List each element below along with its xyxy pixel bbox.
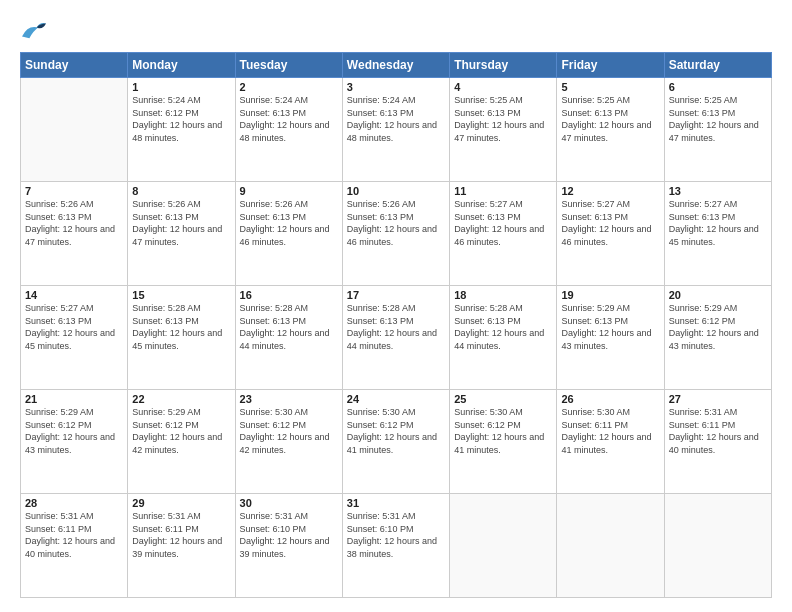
weekday-sunday: Sunday [21,53,128,78]
day-info: Sunrise: 5:31 AMSunset: 6:11 PMDaylight:… [669,406,767,456]
day-number: 11 [454,185,552,197]
day-info: Sunrise: 5:24 AMSunset: 6:12 PMDaylight:… [132,94,230,144]
day-info: Sunrise: 5:29 AMSunset: 6:12 PMDaylight:… [669,302,767,352]
day-cell: 20Sunrise: 5:29 AMSunset: 6:12 PMDayligh… [664,286,771,390]
day-number: 30 [240,497,338,509]
day-cell: 11Sunrise: 5:27 AMSunset: 6:13 PMDayligh… [450,182,557,286]
day-cell: 5Sunrise: 5:25 AMSunset: 6:13 PMDaylight… [557,78,664,182]
day-cell: 23Sunrise: 5:30 AMSunset: 6:12 PMDayligh… [235,390,342,494]
day-info: Sunrise: 5:29 AMSunset: 6:12 PMDaylight:… [25,406,123,456]
day-info: Sunrise: 5:28 AMSunset: 6:13 PMDaylight:… [347,302,445,352]
day-number: 5 [561,81,659,93]
day-cell: 22Sunrise: 5:29 AMSunset: 6:12 PMDayligh… [128,390,235,494]
day-cell: 9Sunrise: 5:26 AMSunset: 6:13 PMDaylight… [235,182,342,286]
day-number: 26 [561,393,659,405]
day-cell: 8Sunrise: 5:26 AMSunset: 6:13 PMDaylight… [128,182,235,286]
day-number: 31 [347,497,445,509]
day-number: 25 [454,393,552,405]
weekday-header-row: SundayMondayTuesdayWednesdayThursdayFrid… [21,53,772,78]
day-number: 1 [132,81,230,93]
day-cell [21,78,128,182]
day-number: 4 [454,81,552,93]
week-row-4: 21Sunrise: 5:29 AMSunset: 6:12 PMDayligh… [21,390,772,494]
day-number: 19 [561,289,659,301]
day-info: Sunrise: 5:27 AMSunset: 6:13 PMDaylight:… [454,198,552,248]
day-number: 18 [454,289,552,301]
day-info: Sunrise: 5:24 AMSunset: 6:13 PMDaylight:… [240,94,338,144]
week-row-1: 1Sunrise: 5:24 AMSunset: 6:12 PMDaylight… [21,78,772,182]
day-cell: 18Sunrise: 5:28 AMSunset: 6:13 PMDayligh… [450,286,557,390]
day-cell: 16Sunrise: 5:28 AMSunset: 6:13 PMDayligh… [235,286,342,390]
day-cell: 13Sunrise: 5:27 AMSunset: 6:13 PMDayligh… [664,182,771,286]
day-number: 21 [25,393,123,405]
day-cell: 29Sunrise: 5:31 AMSunset: 6:11 PMDayligh… [128,494,235,598]
logo [20,18,52,42]
day-cell [450,494,557,598]
weekday-wednesday: Wednesday [342,53,449,78]
day-number: 6 [669,81,767,93]
day-info: Sunrise: 5:31 AMSunset: 6:11 PMDaylight:… [25,510,123,560]
day-info: Sunrise: 5:27 AMSunset: 6:13 PMDaylight:… [561,198,659,248]
day-info: Sunrise: 5:25 AMSunset: 6:13 PMDaylight:… [669,94,767,144]
weekday-tuesday: Tuesday [235,53,342,78]
day-cell: 26Sunrise: 5:30 AMSunset: 6:11 PMDayligh… [557,390,664,494]
day-info: Sunrise: 5:30 AMSunset: 6:12 PMDaylight:… [454,406,552,456]
day-number: 3 [347,81,445,93]
day-number: 27 [669,393,767,405]
day-number: 12 [561,185,659,197]
day-info: Sunrise: 5:25 AMSunset: 6:13 PMDaylight:… [561,94,659,144]
day-info: Sunrise: 5:27 AMSunset: 6:13 PMDaylight:… [25,302,123,352]
day-number: 28 [25,497,123,509]
day-info: Sunrise: 5:29 AMSunset: 6:13 PMDaylight:… [561,302,659,352]
day-number: 2 [240,81,338,93]
day-cell: 30Sunrise: 5:31 AMSunset: 6:10 PMDayligh… [235,494,342,598]
day-cell: 7Sunrise: 5:26 AMSunset: 6:13 PMDaylight… [21,182,128,286]
week-row-2: 7Sunrise: 5:26 AMSunset: 6:13 PMDaylight… [21,182,772,286]
day-number: 13 [669,185,767,197]
weekday-saturday: Saturday [664,53,771,78]
day-info: Sunrise: 5:31 AMSunset: 6:10 PMDaylight:… [240,510,338,560]
day-info: Sunrise: 5:31 AMSunset: 6:10 PMDaylight:… [347,510,445,560]
day-number: 10 [347,185,445,197]
day-info: Sunrise: 5:30 AMSunset: 6:11 PMDaylight:… [561,406,659,456]
day-cell: 6Sunrise: 5:25 AMSunset: 6:13 PMDaylight… [664,78,771,182]
day-number: 9 [240,185,338,197]
calendar-table: SundayMondayTuesdayWednesdayThursdayFrid… [20,52,772,598]
page: SundayMondayTuesdayWednesdayThursdayFrid… [0,0,792,612]
day-cell: 24Sunrise: 5:30 AMSunset: 6:12 PMDayligh… [342,390,449,494]
day-cell: 2Sunrise: 5:24 AMSunset: 6:13 PMDaylight… [235,78,342,182]
day-number: 14 [25,289,123,301]
day-cell: 21Sunrise: 5:29 AMSunset: 6:12 PMDayligh… [21,390,128,494]
day-number: 7 [25,185,123,197]
weekday-monday: Monday [128,53,235,78]
day-info: Sunrise: 5:28 AMSunset: 6:13 PMDaylight:… [454,302,552,352]
day-cell: 1Sunrise: 5:24 AMSunset: 6:12 PMDaylight… [128,78,235,182]
header [20,18,772,42]
day-info: Sunrise: 5:27 AMSunset: 6:13 PMDaylight:… [669,198,767,248]
day-info: Sunrise: 5:26 AMSunset: 6:13 PMDaylight:… [132,198,230,248]
day-cell: 3Sunrise: 5:24 AMSunset: 6:13 PMDaylight… [342,78,449,182]
day-cell: 15Sunrise: 5:28 AMSunset: 6:13 PMDayligh… [128,286,235,390]
day-cell: 25Sunrise: 5:30 AMSunset: 6:12 PMDayligh… [450,390,557,494]
day-cell: 17Sunrise: 5:28 AMSunset: 6:13 PMDayligh… [342,286,449,390]
day-info: Sunrise: 5:25 AMSunset: 6:13 PMDaylight:… [454,94,552,144]
day-info: Sunrise: 5:28 AMSunset: 6:13 PMDaylight:… [132,302,230,352]
day-info: Sunrise: 5:24 AMSunset: 6:13 PMDaylight:… [347,94,445,144]
day-info: Sunrise: 5:30 AMSunset: 6:12 PMDaylight:… [240,406,338,456]
weekday-thursday: Thursday [450,53,557,78]
day-number: 22 [132,393,230,405]
day-info: Sunrise: 5:29 AMSunset: 6:12 PMDaylight:… [132,406,230,456]
week-row-3: 14Sunrise: 5:27 AMSunset: 6:13 PMDayligh… [21,286,772,390]
logo-icon [20,18,48,42]
weekday-friday: Friday [557,53,664,78]
day-cell: 4Sunrise: 5:25 AMSunset: 6:13 PMDaylight… [450,78,557,182]
day-cell: 19Sunrise: 5:29 AMSunset: 6:13 PMDayligh… [557,286,664,390]
day-cell: 10Sunrise: 5:26 AMSunset: 6:13 PMDayligh… [342,182,449,286]
day-cell: 28Sunrise: 5:31 AMSunset: 6:11 PMDayligh… [21,494,128,598]
day-info: Sunrise: 5:31 AMSunset: 6:11 PMDaylight:… [132,510,230,560]
day-info: Sunrise: 5:26 AMSunset: 6:13 PMDaylight:… [25,198,123,248]
day-cell [664,494,771,598]
day-number: 17 [347,289,445,301]
day-number: 24 [347,393,445,405]
day-number: 16 [240,289,338,301]
